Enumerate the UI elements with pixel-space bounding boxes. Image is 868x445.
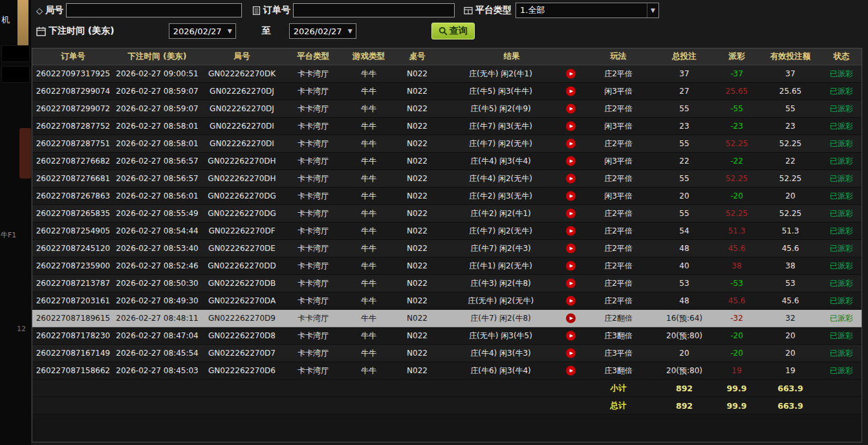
replay-play-icon[interactable]: ▶ bbox=[566, 87, 576, 96]
date-from-select[interactable]: 2026/02/27 ▼ bbox=[169, 23, 236, 39]
cell-table-no: N022 bbox=[395, 331, 440, 340]
cell-table-no: N022 bbox=[395, 296, 440, 305]
query-button-label: 查询 bbox=[450, 25, 468, 37]
cell-total-bet: 55 bbox=[653, 104, 715, 113]
cell-round-no: GN022262270DD bbox=[201, 261, 283, 270]
replay-play-icon[interactable]: ▶ bbox=[566, 279, 576, 288]
table-row[interactable]: 2602270871782302026-02-27 08:47:04GN0222… bbox=[32, 327, 862, 345]
replay-play-icon[interactable]: ▶ bbox=[566, 331, 576, 341]
cell-order-no: 260227087299074 bbox=[32, 87, 114, 96]
platform-select[interactable]: 1.全部 ▼ bbox=[515, 3, 659, 18]
table-row[interactable]: 2602270973179252026-02-27 09:00:51GN0222… bbox=[32, 65, 862, 83]
replay-play-icon[interactable]: ▶ bbox=[566, 157, 576, 166]
cell-status-badge: 已派彩 bbox=[823, 121, 860, 132]
cell-order-no: 260227087265835 bbox=[32, 209, 114, 218]
cell-result: 庄(牛7) 闲2(牛8)▶ bbox=[440, 313, 583, 324]
cell-status-badge: 已派彩 bbox=[823, 173, 860, 184]
result-text: 庄(牛4) 闲3(牛3) bbox=[440, 348, 561, 359]
cell-bet-time: 2026-02-27 08:52:46 bbox=[114, 261, 201, 270]
date-to-select[interactable]: 2026/02/27 ▼ bbox=[289, 23, 356, 39]
table-header: 订单号下注时间 (美东)局号平台类型游戏类型桌号结果玩法总投注派彩有效投注额状态 bbox=[32, 49, 862, 65]
replay-play-icon[interactable]: ▶ bbox=[566, 209, 576, 219]
left-sidebar-fragment: 机 牛F1 12 bbox=[0, 0, 31, 445]
replay-play-icon[interactable]: ▶ bbox=[566, 104, 576, 114]
table-row[interactable]: 2602270872990742026-02-27 08:59:07GN0222… bbox=[32, 83, 862, 100]
table-row[interactable]: 2602270872990722026-02-27 08:59:07GN0222… bbox=[32, 100, 862, 118]
replay-play-icon[interactable]: ▶ bbox=[566, 366, 576, 376]
replay-play-icon[interactable]: ▶ bbox=[566, 122, 576, 131]
table-body: 2602270973179252026-02-27 09:00:51GN0222… bbox=[32, 65, 862, 415]
cell-status-badge: 已派彩 bbox=[823, 69, 860, 80]
calendar-icon bbox=[36, 27, 46, 36]
cell-table-no: N022 bbox=[395, 244, 440, 253]
column-header: 平台类型 bbox=[283, 51, 343, 62]
cell-total-bet: 20 bbox=[653, 349, 715, 358]
filter-row-top: ◇ 局号 订单号 平台类型 bbox=[31, 1, 868, 19]
cell-bet-time: 2026-02-27 08:54:44 bbox=[114, 226, 201, 235]
cell-payout: 38 bbox=[715, 261, 758, 270]
cell-round-no: GN022262270DI bbox=[201, 122, 283, 131]
cell-order-no: 260227087167149 bbox=[32, 349, 114, 358]
cell-status-badge: 已派彩 bbox=[823, 243, 860, 254]
cell-platform-type: 卡卡湾厅 bbox=[283, 121, 343, 132]
table-row[interactable]: 2602270872766822026-02-27 08:56:57GN0222… bbox=[32, 153, 862, 170]
cell-total-bet: 20 bbox=[653, 191, 715, 201]
replay-play-icon[interactable]: ▶ bbox=[566, 139, 576, 149]
order-input[interactable] bbox=[293, 3, 455, 17]
cell-status-badge: 已派彩 bbox=[823, 103, 860, 114]
cell-table-no: N022 bbox=[395, 279, 440, 288]
table-row[interactable]: 2602270871896152026-02-27 08:48:11GN0222… bbox=[32, 310, 862, 327]
round-input[interactable] bbox=[66, 3, 242, 17]
cell-valid-bet: 52.25 bbox=[758, 139, 823, 148]
chevron-down-icon: ▼ bbox=[224, 24, 235, 38]
replay-play-icon[interactable]: ▶ bbox=[566, 174, 576, 184]
column-header: 订单号 bbox=[32, 51, 114, 62]
result-text: 庄(牛5) 闲3(牛牛) bbox=[440, 86, 561, 97]
table-row[interactable]: 2602270872877522026-02-27 08:58:01GN0222… bbox=[32, 118, 862, 135]
cell-play-type: 闲3平倍 bbox=[583, 156, 653, 167]
table-row[interactable]: 2602270871671492026-02-27 08:45:54GN0222… bbox=[32, 345, 862, 362]
cell-bet-time: 2026-02-27 09:00:51 bbox=[114, 69, 201, 78]
column-header: 状态 bbox=[823, 51, 860, 62]
cell-platform-type: 卡卡湾厅 bbox=[283, 365, 343, 376]
replay-play-icon[interactable]: ▶ bbox=[566, 244, 576, 254]
table-row[interactable]: 2602270872678632026-02-27 08:56:01GN0222… bbox=[32, 188, 862, 205]
cell-payout: 52.25 bbox=[715, 209, 758, 218]
column-header: 局号 bbox=[201, 51, 283, 62]
table-row[interactable]: 2602270872137872026-02-27 08:50:30GN0222… bbox=[32, 275, 862, 292]
cell-payout: -32 bbox=[715, 314, 758, 323]
cell-platform-type: 卡卡湾厅 bbox=[283, 191, 343, 202]
query-button[interactable]: 查询 bbox=[431, 23, 475, 39]
cell-total-bet: 53 bbox=[653, 279, 715, 288]
replay-play-icon[interactable]: ▶ bbox=[566, 261, 576, 271]
cell-total-bet: 48 bbox=[653, 296, 715, 305]
cell-total-bet: 55 bbox=[653, 139, 715, 148]
cell-result: 庄(无牛) 闲3(牛5)▶ bbox=[440, 331, 583, 342]
cell-bet-time: 2026-02-27 08:58:01 bbox=[114, 122, 201, 131]
cell-round-no: GN022262270DA bbox=[201, 296, 283, 305]
table-row[interactable]: 2602270872451202026-02-27 08:53:40GN0222… bbox=[32, 240, 862, 257]
cell-round-no: GN022262270DK bbox=[201, 69, 283, 78]
cell-payout: -23 bbox=[715, 122, 758, 131]
replay-play-icon[interactable]: ▶ bbox=[566, 69, 576, 79]
result-text: 庄(牛5) 闲2(牛9) bbox=[440, 103, 561, 114]
diamond-icon: ◇ bbox=[36, 6, 43, 16]
table-row[interactable]: 2602270871586622026-02-27 08:45:03GN0222… bbox=[32, 362, 862, 380]
replay-play-icon[interactable]: ▶ bbox=[566, 314, 576, 323]
grand-total-row-payout: 99.9 bbox=[715, 401, 758, 411]
replay-play-icon[interactable]: ▶ bbox=[566, 226, 576, 236]
cell-bet-time: 2026-02-27 08:45:03 bbox=[114, 366, 201, 375]
result-text: 庄(牛7) 闲2(无牛) bbox=[440, 226, 561, 237]
cell-result: 庄(牛3) 闲2(牛8)▶ bbox=[440, 278, 583, 289]
replay-play-icon[interactable]: ▶ bbox=[566, 191, 576, 201]
table-row[interactable]: 2602270872658352026-02-27 08:55:49GN0222… bbox=[32, 205, 862, 222]
table-row[interactable]: 2602270872359002026-02-27 08:52:46GN0222… bbox=[32, 257, 862, 275]
cell-status-badge: 已派彩 bbox=[823, 278, 860, 289]
table-row[interactable]: 2602270872031612026-02-27 08:49:30GN0222… bbox=[32, 292, 862, 310]
table-row[interactable]: 2602270872877512026-02-27 08:58:01GN0222… bbox=[32, 135, 862, 153]
table-row[interactable]: 2602270872766812026-02-27 08:56:57GN0222… bbox=[32, 170, 862, 188]
table-row[interactable]: 2602270872549052026-02-27 08:54:44GN0222… bbox=[32, 222, 862, 240]
replay-play-icon[interactable]: ▶ bbox=[566, 296, 576, 306]
to-label: 至 bbox=[262, 25, 271, 37]
replay-play-icon[interactable]: ▶ bbox=[566, 349, 576, 358]
